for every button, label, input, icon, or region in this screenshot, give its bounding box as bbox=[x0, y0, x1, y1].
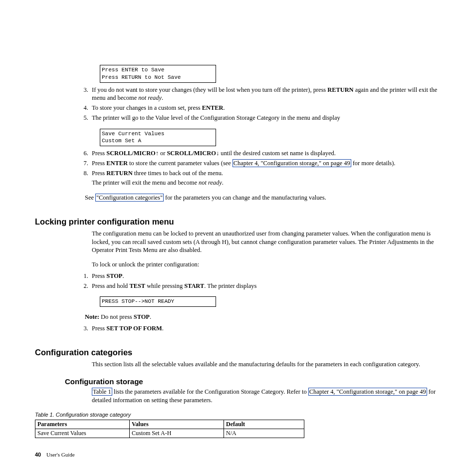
table-header-row: Parameters Values Default bbox=[35, 420, 304, 429]
display-line: Press RETURN to Not Save bbox=[102, 74, 181, 80]
step-6: Press SCROLL/MICRO↑ or SCROLL/MICRO↓ unt… bbox=[90, 149, 444, 158]
link-chapter-4[interactable]: Chapter 4, "Configuration storage," on p… bbox=[233, 159, 351, 167]
step-3: If you do not want to store your changes… bbox=[90, 86, 444, 102]
heading-locking-menu: Locking printer configuration menu bbox=[35, 217, 444, 227]
step-text: If you do not want to store your changes… bbox=[92, 86, 327, 93]
link-table-1[interactable]: Table 1 bbox=[92, 388, 112, 396]
step-7: Press ENTER to store the current paramet… bbox=[90, 159, 444, 168]
step-text: Press and hold bbox=[92, 282, 129, 289]
step-text: Press bbox=[92, 272, 106, 279]
heading-config-categories: Configuration categories bbox=[35, 348, 444, 357]
locking-steps: Press STOP. Press and hold TEST while pr… bbox=[90, 272, 444, 290]
step-text: Press bbox=[92, 170, 106, 177]
step-text: . bbox=[162, 325, 164, 332]
step-text: for more details). bbox=[351, 160, 396, 167]
key-scroll-micro-up: SCROLL/MICRO bbox=[106, 150, 155, 157]
step-text: . bbox=[162, 94, 163, 101]
key-enter: ENTER bbox=[202, 104, 224, 111]
link-chapter-4-storage[interactable]: Chapter 4, "Configuration storage," on p… bbox=[308, 388, 427, 396]
page-number: 40 bbox=[35, 452, 41, 458]
step-4: To store your changes in a custom set, p… bbox=[90, 104, 444, 112]
locking-steps-3: Press SET TOP OF FORM. bbox=[90, 324, 444, 333]
table-row: Save Current Values Custom Set A-H N/A bbox=[35, 429, 304, 438]
config-categories-paragraph: This section lists all the selectable va… bbox=[92, 360, 444, 369]
step-subtext: . bbox=[222, 179, 224, 186]
lock-step-2: Press and hold TEST while pressing START… bbox=[90, 282, 444, 290]
display-line: Save Current Values bbox=[102, 131, 164, 137]
lcd-display-2: Save Current Values Custom Set A bbox=[100, 129, 216, 147]
step-8: Press RETURN three times to back out of … bbox=[90, 169, 444, 187]
key-stop: STOP bbox=[134, 313, 150, 320]
display-line: Press ENTER to Save bbox=[102, 67, 164, 73]
key-set-top-of-form: SET TOP OF FORM bbox=[106, 325, 162, 332]
note-text: . bbox=[150, 313, 151, 320]
step-text: three times to back out of the menu. bbox=[133, 170, 223, 177]
step-text: Press bbox=[92, 160, 106, 167]
col-parameters: Parameters bbox=[35, 420, 130, 429]
step-subtext: The printer will exit the menu and becom… bbox=[92, 179, 199, 186]
key-test: TEST bbox=[129, 282, 145, 289]
cell-default: N/A bbox=[224, 429, 304, 438]
key-return: RETURN bbox=[106, 170, 132, 177]
state-not-ready: not ready bbox=[199, 179, 222, 186]
col-values: Values bbox=[130, 420, 224, 429]
lock-step-1: Press STOP. bbox=[90, 272, 444, 280]
lcd-display-1: Press ENTER to Save Press RETURN to Not … bbox=[100, 65, 216, 83]
heading-config-storage: Configuration storage bbox=[65, 377, 444, 386]
step-text: or bbox=[159, 150, 167, 157]
key-scroll-micro-down: SCROLL/MICRO bbox=[167, 150, 216, 157]
note-text: Do not press bbox=[101, 313, 134, 320]
table-1-caption: Table 1. Configuration storage category bbox=[35, 412, 444, 418]
step-text: The printer will go to the Value level o… bbox=[92, 114, 340, 121]
note-label: Note: bbox=[85, 313, 101, 320]
display-line: Custom Set A bbox=[102, 138, 141, 144]
key-stop: STOP bbox=[106, 272, 122, 279]
key-start: START bbox=[184, 282, 204, 289]
step-text: . The printer displays bbox=[204, 282, 256, 289]
step-text: To store your changes in a custom set, p… bbox=[92, 104, 202, 111]
step-text: while pressing bbox=[145, 282, 184, 289]
config-storage-table: Parameters Values Default Save Current V… bbox=[35, 420, 304, 438]
doc-title: User's Guide bbox=[46, 452, 75, 458]
config-storage-paragraph: Table 1 lists the parameters available f… bbox=[92, 388, 444, 404]
note-line: Note: Do not press STOP. bbox=[85, 313, 444, 321]
cell-parameter: Save Current Values bbox=[35, 429, 130, 438]
step-5: The printer will go to the Value level o… bbox=[90, 114, 444, 122]
procedure-list-2: Press SCROLL/MICRO↑ or SCROLL/MICRO↓ unt… bbox=[90, 149, 444, 187]
lcd-display-3: PRESS STOP-->NOT READY bbox=[100, 296, 216, 307]
text: See bbox=[85, 194, 95, 201]
locking-paragraph: The configuration menu can be locked to … bbox=[92, 230, 444, 254]
col-default: Default bbox=[224, 420, 304, 429]
see-paragraph: See "Configuration categories" for the p… bbox=[85, 194, 444, 202]
step-text: . bbox=[223, 104, 225, 111]
step-text: until the desired custom set name is dis… bbox=[219, 150, 336, 157]
cell-value: Custom Set A-H bbox=[130, 429, 224, 438]
step-text: Press bbox=[92, 325, 106, 332]
lock-step-3: Press SET TOP OF FORM. bbox=[90, 324, 444, 333]
key-return: RETURN bbox=[327, 86, 353, 93]
page-footer: 40 User's Guide bbox=[35, 452, 75, 458]
step-text: . bbox=[122, 272, 124, 279]
procedure-list-1: If you do not want to store your changes… bbox=[90, 86, 444, 122]
step-text: to store the current parameter values (s… bbox=[128, 160, 233, 167]
text: for the parameters you can change and th… bbox=[164, 194, 326, 201]
link-configuration-categories[interactable]: "Configuration categories" bbox=[95, 194, 164, 202]
text: lists the parameters available for the C… bbox=[112, 388, 308, 395]
key-enter: ENTER bbox=[106, 160, 128, 167]
display-line: PRESS STOP-->NOT READY bbox=[102, 298, 174, 304]
state-not-ready: not ready bbox=[138, 94, 162, 101]
locking-intro: To lock or unlock the printer configurat… bbox=[92, 260, 444, 269]
step-text: Press bbox=[92, 150, 106, 157]
